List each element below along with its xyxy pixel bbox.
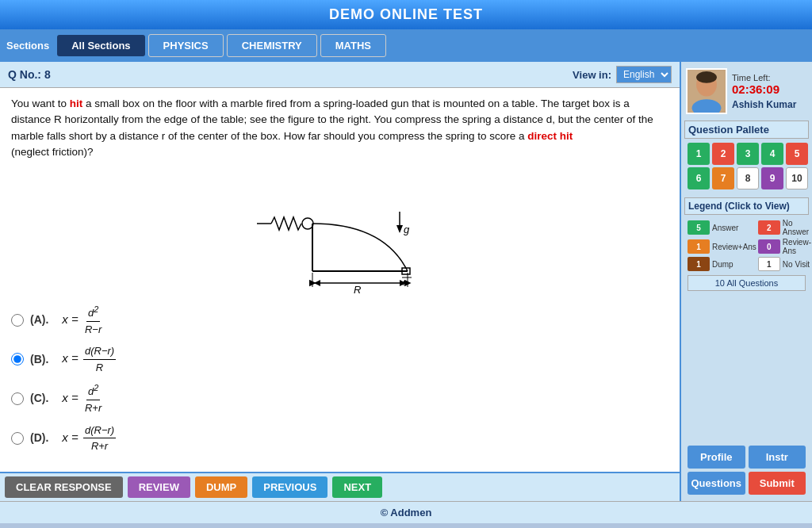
option-d-radio[interactable] [11, 432, 24, 445]
rbb-row-1: Profile Instr [688, 446, 806, 469]
tab-physics[interactable]: PHYSICS [148, 34, 224, 57]
sections-label: Sections [6, 40, 49, 52]
main-layout: Q No.: 8 View in: English You want to hi… [0, 62, 812, 501]
legend-no-answer: 2 No Answer [758, 219, 811, 236]
legend-grid: 5 Answer 2 No Answer 1 Review+Ans 0 Revi… [684, 217, 809, 273]
legend-review-no-ans-dot: 0 [758, 239, 780, 254]
option-c-radio[interactable] [11, 392, 24, 405]
palette-q5[interactable]: 5 [786, 143, 808, 165]
option-a-radio[interactable] [11, 314, 24, 327]
legend-no-visit-dot: 1 [758, 257, 780, 271]
rbb-row-2: Questions Submit [688, 472, 806, 495]
tab-bar: Sections All Sections PHYSICS CHEMISTRY … [0, 29, 812, 62]
option-d-label: (D). [30, 430, 56, 446]
all-questions: 10 All Questions [688, 275, 806, 291]
legend-no-visit: 1 No Visit [758, 257, 811, 271]
legend-review-ans: 1 Review+Ans [688, 238, 756, 255]
left-panel: Q No.: 8 View in: English You want to hi… [0, 62, 681, 501]
physics-diagram: g R r [249, 168, 431, 295]
view-in-label: View in: [573, 69, 611, 81]
question-text: You want to hit a small box on the floor… [11, 96, 668, 160]
option-a-expr: x = d2 R−r [56, 303, 105, 337]
previous-button[interactable]: PREVIOUS [252, 476, 327, 498]
palette-q1[interactable]: 1 [688, 143, 710, 165]
option-b-row: (B). x = d(R−r) R [11, 343, 668, 375]
avatar [686, 68, 727, 114]
option-d-row: (D). x = d(R−r) R+r [11, 423, 668, 454]
avatar-image [688, 70, 726, 113]
question-header: Q No.: 8 View in: English [0, 62, 680, 88]
action-bar: CLEAR RESPONSE REVIEW DUMP PREVIOUS NEXT [0, 472, 680, 501]
option-a-row: (A). x = d2 R−r [11, 303, 668, 337]
legend-no-answer-dot: 2 [758, 220, 780, 235]
legend-dump-text: Dump [712, 260, 733, 269]
language-select[interactable]: English [616, 66, 672, 83]
option-d-expr: x = d(R−r) R+r [56, 423, 117, 454]
legend-review-no-ans: 0 Review-Ans [758, 238, 811, 255]
page-header: DEMO ONLINE TEST [0, 0, 812, 29]
svg-text:g: g [404, 224, 410, 235]
questions-button[interactable]: Questions [688, 472, 745, 495]
option-c-expr: x = d2 R+r [56, 381, 105, 415]
view-in-control: View in: English [573, 66, 672, 83]
user-card: Time Left: 02:36:09 Ashish Kumar [684, 65, 809, 117]
palette-q6[interactable]: 6 [688, 167, 710, 189]
legend-no-answer-text: No Answer [783, 219, 811, 236]
tab-chemistry[interactable]: CHEMISTRY [227, 34, 317, 57]
option-a-label: (A). [30, 312, 56, 328]
palette-q3[interactable]: 3 [737, 143, 759, 165]
legend-title[interactable]: Legend (Click to View) [684, 197, 809, 215]
tab-all-sections[interactable]: All Sections [57, 35, 144, 56]
legend-answer-dot: 5 [688, 220, 710, 235]
option-b-expr: x = d(R−r) R [56, 343, 117, 375]
palette-q10[interactable]: 10 [786, 167, 808, 189]
dump-button[interactable]: DUMP [195, 476, 247, 498]
clear-response-button[interactable]: CLEAR RESPONSE [5, 476, 123, 498]
palette-grid: 1 2 3 4 5 6 7 8 9 10 [684, 141, 809, 191]
legend-review-ans-text: Review+Ans [712, 243, 756, 251]
option-c-label: (C). [30, 390, 56, 407]
palette-section: Question Pallete 1 2 3 4 5 6 7 8 9 10 [684, 121, 809, 191]
option-b-radio[interactable] [11, 353, 24, 365]
svg-point-1 [302, 218, 313, 229]
profile-button[interactable]: Profile [688, 446, 745, 469]
palette-q4[interactable]: 4 [761, 143, 783, 165]
svg-text:R: R [354, 284, 361, 295]
palette-title: Question Pallete [684, 121, 809, 139]
svg-marker-14 [314, 280, 320, 286]
option-c-row: (C). x = d2 R+r [11, 381, 668, 415]
option-b-label: (B). [30, 351, 56, 368]
question-content: You want to hit a small box on the floor… [0, 88, 680, 472]
footer-text: © Addmen [381, 507, 432, 518]
palette-q9[interactable]: 9 [761, 167, 783, 189]
palette-q2[interactable]: 2 [712, 143, 734, 165]
legend-review-no-ans-text: Review-Ans [783, 238, 811, 255]
submit-button[interactable]: Submit [749, 472, 806, 495]
instr-button[interactable]: Instr [749, 446, 806, 469]
right-bottom-buttons: Profile Instr Questions Submit [684, 442, 809, 498]
legend-answer: 5 Answer [688, 219, 756, 236]
legend-dump: 1 Dump [688, 257, 756, 271]
legend-dump-dot: 1 [688, 257, 710, 271]
next-button[interactable]: NEXT [332, 476, 382, 498]
user-info: Time Left: 02:36:09 Ashish Kumar [732, 73, 796, 110]
question-number: Q No.: 8 [8, 68, 51, 81]
legend-review-ans-dot: 1 [688, 239, 710, 254]
page-title: DEMO ONLINE TEST [329, 6, 483, 22]
palette-q7[interactable]: 7 [712, 167, 734, 189]
svg-point-19 [696, 71, 717, 83]
review-button[interactable]: REVIEW [128, 476, 190, 498]
time-value: 02:36:09 [732, 82, 796, 96]
footer: © Addmen [0, 501, 812, 523]
right-panel: Time Left: 02:36:09 Ashish Kumar Questio… [681, 62, 812, 501]
legend-no-visit-text: No Visit [783, 260, 810, 269]
palette-q8[interactable]: 8 [737, 167, 759, 189]
svg-marker-5 [396, 225, 403, 233]
time-label: Time Left: [732, 73, 796, 82]
legend-answer-text: Answer [712, 224, 738, 232]
user-name: Ashish Kumar [732, 99, 796, 110]
tab-maths[interactable]: MATHS [320, 34, 386, 57]
legend-section: Legend (Click to View) 5 Answer 2 No Ans… [684, 197, 809, 293]
